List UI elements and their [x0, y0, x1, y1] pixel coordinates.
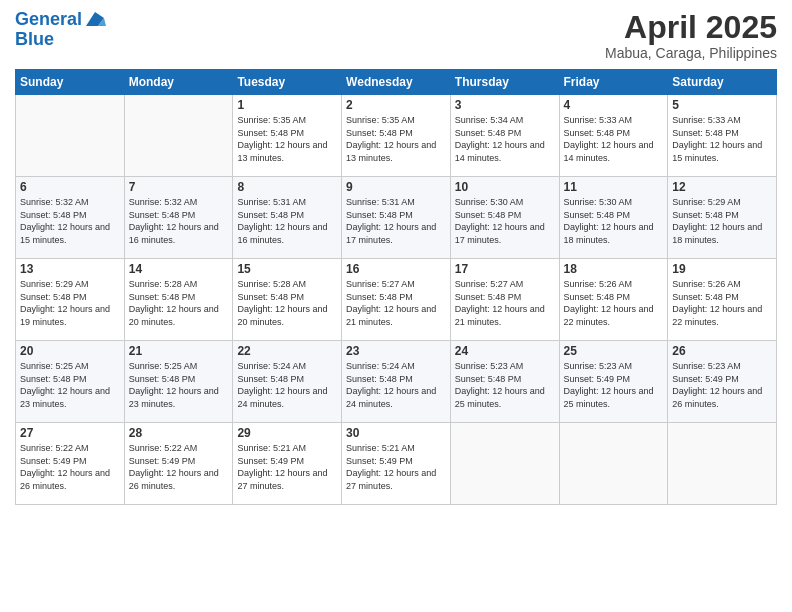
- day-number: 28: [129, 426, 229, 440]
- table-row: 21Sunrise: 5:25 AMSunset: 5:48 PMDayligh…: [124, 341, 233, 423]
- day-info: Sunrise: 5:27 AMSunset: 5:48 PMDaylight:…: [455, 278, 555, 328]
- logo-text-line1: General: [15, 10, 82, 30]
- day-number: 20: [20, 344, 120, 358]
- table-row: [16, 95, 125, 177]
- table-row: 7Sunrise: 5:32 AMSunset: 5:48 PMDaylight…: [124, 177, 233, 259]
- day-info: Sunrise: 5:27 AMSunset: 5:48 PMDaylight:…: [346, 278, 446, 328]
- title-block: April 2025 Mabua, Caraga, Philippines: [605, 10, 777, 61]
- day-number: 29: [237, 426, 337, 440]
- day-number: 26: [672, 344, 772, 358]
- table-row: [559, 423, 668, 505]
- day-info: Sunrise: 5:25 AMSunset: 5:48 PMDaylight:…: [20, 360, 120, 410]
- table-row: 13Sunrise: 5:29 AMSunset: 5:48 PMDayligh…: [16, 259, 125, 341]
- day-number: 10: [455, 180, 555, 194]
- day-info: Sunrise: 5:23 AMSunset: 5:49 PMDaylight:…: [672, 360, 772, 410]
- day-info: Sunrise: 5:29 AMSunset: 5:48 PMDaylight:…: [20, 278, 120, 328]
- day-number: 22: [237, 344, 337, 358]
- day-info: Sunrise: 5:34 AMSunset: 5:48 PMDaylight:…: [455, 114, 555, 164]
- calendar-week-row: 20Sunrise: 5:25 AMSunset: 5:48 PMDayligh…: [16, 341, 777, 423]
- table-row: 28Sunrise: 5:22 AMSunset: 5:49 PMDayligh…: [124, 423, 233, 505]
- calendar-table: Sunday Monday Tuesday Wednesday Thursday…: [15, 69, 777, 505]
- table-row: 5Sunrise: 5:33 AMSunset: 5:48 PMDaylight…: [668, 95, 777, 177]
- day-info: Sunrise: 5:31 AMSunset: 5:48 PMDaylight:…: [346, 196, 446, 246]
- table-row: 10Sunrise: 5:30 AMSunset: 5:48 PMDayligh…: [450, 177, 559, 259]
- day-number: 8: [237, 180, 337, 194]
- day-number: 15: [237, 262, 337, 276]
- day-number: 25: [564, 344, 664, 358]
- day-number: 23: [346, 344, 446, 358]
- table-row: 25Sunrise: 5:23 AMSunset: 5:49 PMDayligh…: [559, 341, 668, 423]
- day-number: 30: [346, 426, 446, 440]
- day-number: 16: [346, 262, 446, 276]
- day-info: Sunrise: 5:26 AMSunset: 5:48 PMDaylight:…: [672, 278, 772, 328]
- day-number: 6: [20, 180, 120, 194]
- day-info: Sunrise: 5:35 AMSunset: 5:48 PMDaylight:…: [237, 114, 337, 164]
- location-title: Mabua, Caraga, Philippines: [605, 45, 777, 61]
- logo-icon: [84, 10, 106, 28]
- col-friday: Friday: [559, 70, 668, 95]
- day-info: Sunrise: 5:24 AMSunset: 5:48 PMDaylight:…: [346, 360, 446, 410]
- day-info: Sunrise: 5:22 AMSunset: 5:49 PMDaylight:…: [20, 442, 120, 492]
- day-info: Sunrise: 5:23 AMSunset: 5:48 PMDaylight:…: [455, 360, 555, 410]
- day-info: Sunrise: 5:21 AMSunset: 5:49 PMDaylight:…: [237, 442, 337, 492]
- col-tuesday: Tuesday: [233, 70, 342, 95]
- table-row: 29Sunrise: 5:21 AMSunset: 5:49 PMDayligh…: [233, 423, 342, 505]
- col-thursday: Thursday: [450, 70, 559, 95]
- day-number: 12: [672, 180, 772, 194]
- day-number: 1: [237, 98, 337, 112]
- calendar-header-row: Sunday Monday Tuesday Wednesday Thursday…: [16, 70, 777, 95]
- day-info: Sunrise: 5:33 AMSunset: 5:48 PMDaylight:…: [672, 114, 772, 164]
- table-row: 16Sunrise: 5:27 AMSunset: 5:48 PMDayligh…: [342, 259, 451, 341]
- table-row: [668, 423, 777, 505]
- logo: General Blue: [15, 10, 106, 50]
- day-number: 13: [20, 262, 120, 276]
- table-row: [124, 95, 233, 177]
- table-row: 30Sunrise: 5:21 AMSunset: 5:49 PMDayligh…: [342, 423, 451, 505]
- day-number: 7: [129, 180, 229, 194]
- header: General Blue April 2025 Mabua, Caraga, P…: [15, 10, 777, 61]
- day-number: 9: [346, 180, 446, 194]
- day-info: Sunrise: 5:28 AMSunset: 5:48 PMDaylight:…: [129, 278, 229, 328]
- table-row: 24Sunrise: 5:23 AMSunset: 5:48 PMDayligh…: [450, 341, 559, 423]
- table-row: 4Sunrise: 5:33 AMSunset: 5:48 PMDaylight…: [559, 95, 668, 177]
- calendar-week-row: 6Sunrise: 5:32 AMSunset: 5:48 PMDaylight…: [16, 177, 777, 259]
- table-row: 9Sunrise: 5:31 AMSunset: 5:48 PMDaylight…: [342, 177, 451, 259]
- day-number: 17: [455, 262, 555, 276]
- day-info: Sunrise: 5:31 AMSunset: 5:48 PMDaylight:…: [237, 196, 337, 246]
- table-row: 2Sunrise: 5:35 AMSunset: 5:48 PMDaylight…: [342, 95, 451, 177]
- table-row: [450, 423, 559, 505]
- table-row: 27Sunrise: 5:22 AMSunset: 5:49 PMDayligh…: [16, 423, 125, 505]
- day-info: Sunrise: 5:28 AMSunset: 5:48 PMDaylight:…: [237, 278, 337, 328]
- day-number: 24: [455, 344, 555, 358]
- day-number: 11: [564, 180, 664, 194]
- day-number: 14: [129, 262, 229, 276]
- day-number: 21: [129, 344, 229, 358]
- day-number: 5: [672, 98, 772, 112]
- table-row: 19Sunrise: 5:26 AMSunset: 5:48 PMDayligh…: [668, 259, 777, 341]
- table-row: 23Sunrise: 5:24 AMSunset: 5:48 PMDayligh…: [342, 341, 451, 423]
- day-number: 18: [564, 262, 664, 276]
- day-info: Sunrise: 5:26 AMSunset: 5:48 PMDaylight:…: [564, 278, 664, 328]
- calendar-week-row: 27Sunrise: 5:22 AMSunset: 5:49 PMDayligh…: [16, 423, 777, 505]
- day-info: Sunrise: 5:32 AMSunset: 5:48 PMDaylight:…: [129, 196, 229, 246]
- table-row: 11Sunrise: 5:30 AMSunset: 5:48 PMDayligh…: [559, 177, 668, 259]
- day-info: Sunrise: 5:25 AMSunset: 5:48 PMDaylight:…: [129, 360, 229, 410]
- page: General Blue April 2025 Mabua, Caraga, P…: [0, 0, 792, 612]
- day-number: 27: [20, 426, 120, 440]
- day-info: Sunrise: 5:29 AMSunset: 5:48 PMDaylight:…: [672, 196, 772, 246]
- day-number: 2: [346, 98, 446, 112]
- col-sunday: Sunday: [16, 70, 125, 95]
- table-row: 1Sunrise: 5:35 AMSunset: 5:48 PMDaylight…: [233, 95, 342, 177]
- day-info: Sunrise: 5:30 AMSunset: 5:48 PMDaylight:…: [564, 196, 664, 246]
- table-row: 22Sunrise: 5:24 AMSunset: 5:48 PMDayligh…: [233, 341, 342, 423]
- col-monday: Monday: [124, 70, 233, 95]
- day-info: Sunrise: 5:23 AMSunset: 5:49 PMDaylight:…: [564, 360, 664, 410]
- table-row: 20Sunrise: 5:25 AMSunset: 5:48 PMDayligh…: [16, 341, 125, 423]
- table-row: 14Sunrise: 5:28 AMSunset: 5:48 PMDayligh…: [124, 259, 233, 341]
- logo-text-line2: Blue: [15, 30, 106, 50]
- day-number: 19: [672, 262, 772, 276]
- month-title: April 2025: [605, 10, 777, 45]
- col-saturday: Saturday: [668, 70, 777, 95]
- day-number: 3: [455, 98, 555, 112]
- calendar-week-row: 13Sunrise: 5:29 AMSunset: 5:48 PMDayligh…: [16, 259, 777, 341]
